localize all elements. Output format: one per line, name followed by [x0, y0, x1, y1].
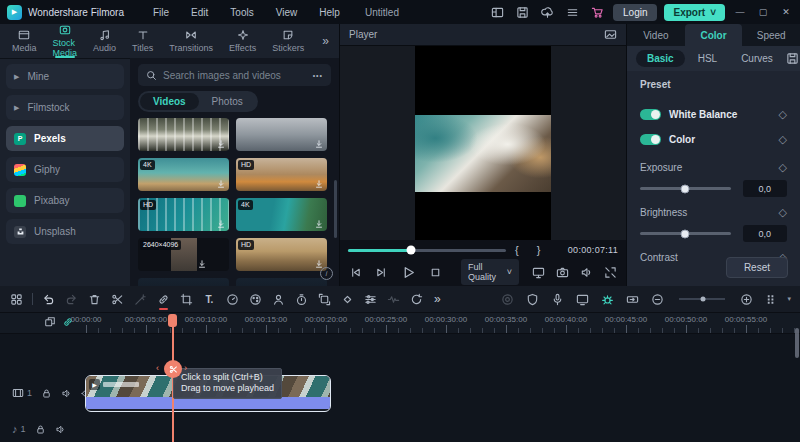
more-tools-icon[interactable]: » — [428, 292, 447, 306]
menu-edit[interactable]: Edit — [180, 7, 219, 18]
sidebar-item-filmstock[interactable]: ▶Filmstock — [6, 95, 124, 120]
mask-icon[interactable] — [267, 286, 290, 312]
stock-video-thumbnail[interactable]: 4K — [138, 158, 229, 191]
menu-help[interactable]: Help — [308, 7, 351, 18]
auto-ripple-icon[interactable] — [621, 293, 644, 306]
next-frame-icon[interactable] — [375, 266, 388, 279]
copy-icon[interactable] — [44, 316, 56, 328]
timeline-scrollbar[interactable] — [795, 328, 799, 358]
zoom-fit-icon[interactable] — [735, 293, 758, 306]
brightness-value[interactable]: 0,0 — [743, 225, 787, 242]
exposure-value[interactable]: 0,0 — [743, 180, 787, 197]
audio-denoise-icon[interactable] — [382, 286, 405, 312]
menu-view[interactable]: View — [265, 7, 309, 18]
stock-video-thumbnail[interactable]: HD — [236, 238, 327, 271]
save-preset-icon[interactable] — [786, 52, 799, 65]
color-toggle[interactable] — [640, 134, 661, 145]
sidebar-item-unsplash[interactable]: Unsplash — [6, 219, 124, 244]
crop-icon[interactable] — [175, 286, 198, 312]
export-button[interactable]: Export˅ — [664, 4, 725, 21]
sidebar-item-mine[interactable]: ▶Mine — [6, 64, 124, 89]
filter-photos[interactable]: Photos — [199, 93, 256, 110]
keyframe-diamond-icon[interactable]: ◇ — [779, 133, 787, 146]
brightness-slider[interactable] — [640, 232, 731, 235]
seek-knob[interactable] — [407, 246, 416, 255]
filter-videos[interactable]: Videos — [140, 93, 199, 110]
render-preview-icon[interactable] — [596, 293, 619, 306]
stock-video-thumbnail[interactable] — [236, 118, 327, 151]
close-button[interactable]: ✕ — [778, 7, 794, 17]
tab-effects[interactable]: Effects — [221, 24, 264, 58]
microphone-icon[interactable] — [546, 293, 569, 306]
track-manager-caret-icon[interactable]: ▾ — [787, 295, 791, 303]
keyframe-diamond-icon[interactable]: ◇ — [779, 108, 787, 121]
reset-button[interactable]: Reset — [726, 257, 788, 278]
display-device-icon[interactable] — [532, 266, 545, 279]
lock-icon[interactable] — [35, 424, 46, 435]
minimize-button[interactable]: — — [732, 7, 748, 17]
menu-tools[interactable]: Tools — [219, 7, 264, 18]
timeline-zoom-slider[interactable] — [679, 298, 725, 300]
info-icon[interactable]: i — [320, 267, 333, 280]
record-icon[interactable] — [496, 293, 519, 306]
cloud-upload-icon[interactable] — [538, 3, 556, 21]
motion-tracking-icon[interactable] — [313, 286, 336, 312]
tab-stock-media[interactable]: Stock Media — [45, 24, 86, 58]
tab-media[interactable]: Media — [4, 24, 45, 58]
quality-dropdown[interactable]: Full Quality˅ — [461, 259, 519, 285]
stock-video-thumbnail[interactable]: HD — [236, 158, 327, 191]
speed-ramp-icon[interactable] — [405, 286, 428, 312]
tab-transitions[interactable]: Transitions — [161, 24, 221, 58]
split-playhead-knob[interactable] — [164, 360, 182, 378]
subtab-hsl[interactable]: HSL — [687, 50, 728, 67]
stock-video-thumbnail-portrait[interactable]: 2640×4096 — [138, 238, 229, 271]
tab-titles[interactable]: Titles — [124, 24, 161, 58]
menu-file[interactable]: File — [142, 7, 180, 18]
more-options-icon[interactable]: ••• — [313, 72, 323, 79]
seek-slider[interactable] — [348, 249, 506, 252]
white-balance-toggle[interactable] — [640, 109, 661, 120]
download-icon[interactable] — [216, 139, 226, 149]
maximize-button[interactable]: ▢ — [755, 7, 771, 17]
download-icon[interactable] — [216, 179, 226, 189]
screen-record-icon[interactable] — [571, 293, 594, 306]
media-browser-icon[interactable] — [5, 286, 28, 312]
download-icon[interactable] — [216, 219, 226, 229]
mute-icon[interactable] — [55, 424, 66, 435]
timeline-ruler[interactable]: 00:00:00 00:00:05:00 00:00:10:00 00:00:1… — [0, 313, 800, 334]
subtab-curves[interactable]: Curves — [730, 50, 784, 67]
zoom-slider-knob[interactable] — [701, 297, 706, 302]
stock-video-thumbnail[interactable] — [138, 278, 229, 286]
link-icon[interactable] — [152, 286, 175, 312]
download-icon[interactable] — [314, 179, 324, 189]
download-icon[interactable] — [197, 259, 207, 269]
fullscreen-icon[interactable] — [604, 266, 617, 279]
delete-icon[interactable] — [83, 286, 106, 312]
audio-adjust-icon[interactable] — [359, 286, 382, 312]
hamburger-menu-icon[interactable] — [563, 3, 581, 21]
download-icon[interactable] — [314, 219, 324, 229]
exposure-slider[interactable] — [640, 187, 731, 190]
text-tool-icon[interactable]: T. — [198, 286, 221, 312]
redo-icon[interactable] — [60, 286, 83, 312]
more-tabs-icon[interactable]: » — [312, 34, 339, 48]
vertical-scrollbar[interactable] — [334, 180, 337, 238]
tab-video[interactable]: Video — [627, 24, 685, 46]
keyframe-icon[interactable] — [336, 286, 359, 312]
snapshot-camera-icon[interactable] — [556, 266, 569, 279]
search-bar[interactable]: Search images and videos ••• — [138, 64, 331, 86]
magic-wand-icon[interactable] — [129, 286, 152, 312]
undo-icon[interactable] — [37, 286, 60, 312]
layout-icon[interactable] — [488, 3, 506, 21]
stop-icon[interactable] — [429, 266, 442, 279]
track-manager-icon[interactable] — [760, 293, 783, 306]
tab-color[interactable]: Color — [685, 24, 743, 46]
mark-in-icon[interactable]: { — [506, 244, 528, 256]
keyframe-diamond-icon[interactable]: ◇ — [779, 161, 787, 174]
login-button[interactable]: Login — [613, 4, 657, 21]
shield-icon[interactable] — [521, 293, 544, 306]
stock-video-thumbnail[interactable]: HD — [138, 198, 229, 231]
sidebar-item-giphy[interactable]: Giphy — [6, 157, 124, 182]
color-palette-icon[interactable] — [244, 286, 267, 312]
cart-icon[interactable] — [588, 3, 606, 21]
